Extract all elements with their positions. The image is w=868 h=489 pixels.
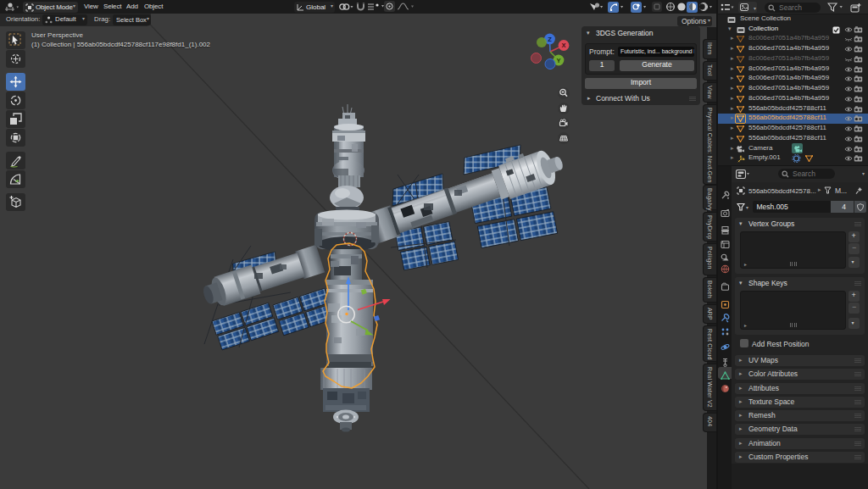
svg-text:X: X — [561, 42, 565, 49]
svg-text:Z: Z — [548, 36, 552, 43]
svg-text:Y: Y — [556, 57, 560, 64]
